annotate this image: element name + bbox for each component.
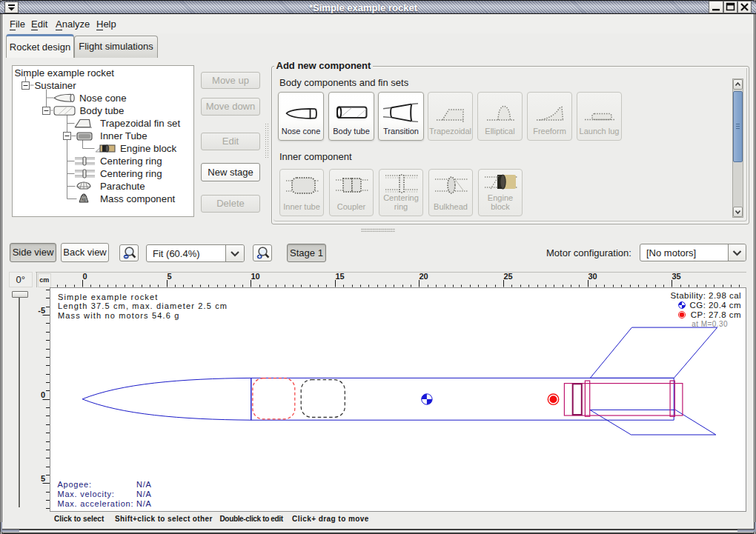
svg-text:Trapezoidal fin set: Trapezoidal fin set: [100, 118, 180, 129]
svg-text:0: 0: [41, 390, 45, 399]
svg-text:Parachute: Parachute: [100, 181, 145, 192]
svg-text:0: 0: [83, 272, 87, 281]
svg-text:Engine block: Engine block: [120, 143, 176, 154]
svg-text:Nose cone: Nose cone: [79, 93, 127, 104]
svg-text:Mass component: Mass component: [100, 193, 176, 204]
svg-text:-5: -5: [38, 306, 45, 315]
svg-text:20: 20: [420, 272, 428, 281]
svg-text:Body tube: Body tube: [80, 105, 125, 116]
svg-text:Simple example rocket: Simple example rocket: [15, 67, 115, 79]
svg-text:Centering ring: Centering ring: [100, 168, 162, 179]
svg-text:kg: kg: [82, 197, 86, 201]
svg-text:Centering ring: Centering ring: [100, 156, 162, 167]
svg-text:35: 35: [672, 272, 681, 281]
svg-text:5: 5: [168, 272, 172, 281]
svg-text:15: 15: [336, 272, 345, 281]
svg-text:Sustainer: Sustainer: [35, 80, 77, 91]
svg-text:30: 30: [588, 272, 597, 281]
svg-text:25: 25: [504, 272, 513, 281]
svg-text:5: 5: [41, 474, 45, 483]
svg-text:10: 10: [251, 272, 260, 281]
svg-text:Inner Tube: Inner Tube: [100, 130, 147, 141]
